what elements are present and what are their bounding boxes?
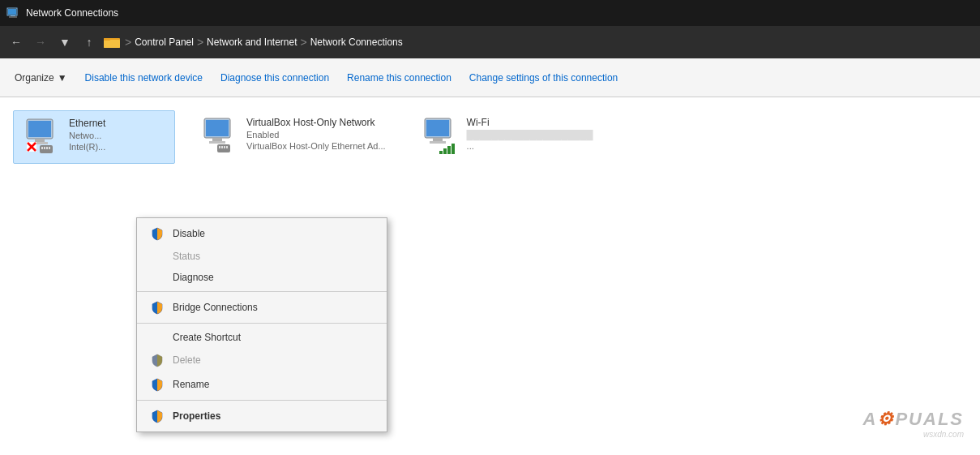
menu-item-properties[interactable]: Properties	[137, 404, 387, 428]
svg-rect-8	[28, 121, 51, 137]
breadcrumb-path: > Control Panel > Network and Internet >…	[125, 36, 403, 49]
svg-rect-29	[426, 120, 449, 136]
svg-rect-32	[439, 151, 443, 154]
virtualbox-name: VirtualBox Host-Only Network	[246, 117, 386, 128]
title-bar: Network Connections	[0, 0, 980, 26]
shield-icon-rename	[150, 377, 165, 392]
svg-rect-17	[46, 147, 48, 149]
svg-rect-5	[104, 40, 120, 48]
svg-rect-2	[11, 15, 15, 16]
wifi-detail2: ...	[467, 141, 593, 151]
context-menu: Disable Status Diagnose Bridge Connectio…	[136, 217, 387, 432]
shield-icon-bridge	[150, 300, 165, 315]
svg-rect-6	[104, 38, 110, 41]
wifi-detail1: ████████████████████	[467, 130, 593, 140]
wifi-name: Wi-Fi	[467, 117, 593, 128]
svg-rect-27	[226, 146, 228, 148]
svg-rect-20	[206, 120, 229, 136]
wifi-info: Wi-Fi ████████████████████ ...	[467, 117, 593, 151]
svg-rect-22	[209, 141, 225, 144]
svg-rect-34	[447, 146, 451, 154]
ethernet-icon	[24, 118, 62, 157]
watermark: A⚙PUALS wsxdn.com	[863, 409, 964, 439]
svg-rect-30	[433, 138, 443, 141]
virtualbox-detail1: Enabled	[246, 130, 386, 140]
menu-item-delete[interactable]: Delete	[137, 348, 387, 372]
menu-item-delete-label: Delete	[173, 354, 201, 366]
breadcrumb-control-panel[interactable]: Control Panel	[135, 36, 194, 48]
content-area: Ethernet Netwo... Intel(R)...	[0, 97, 980, 455]
menu-item-diagnose-label: Diagnose	[173, 272, 214, 283]
menu-item-disable-label: Disable	[173, 228, 205, 239]
title-bar-text: Network Connections	[26, 7, 118, 19]
wifi-icon-container	[422, 117, 460, 156]
title-bar-icon	[6, 6, 19, 19]
separator-1	[137, 291, 387, 292]
ethernet-name: Ethernet	[69, 118, 105, 129]
menu-item-shortcut-label: Create Shortcut	[173, 332, 241, 343]
rename-button[interactable]: Rename this connection	[339, 63, 460, 92]
wifi-item[interactable]: Wi-Fi ████████████████████ ...	[412, 110, 603, 164]
ethernet-info: Ethernet Netwo... Intel(R)...	[69, 118, 105, 152]
svg-rect-31	[430, 141, 446, 144]
menu-item-status[interactable]: Status	[137, 246, 387, 267]
menu-item-rename-label: Rename	[173, 379, 209, 390]
svg-rect-15	[41, 147, 43, 149]
dropdown-button[interactable]: ▼	[55, 32, 75, 52]
separator-3	[137, 400, 387, 401]
change-settings-button[interactable]: Change settings of this connection	[461, 63, 626, 92]
virtualbox-detail2: VirtualBox Host-Only Ethernet Ad...	[246, 141, 386, 151]
forward-button[interactable]: →	[31, 32, 50, 52]
virtualbox-icon	[201, 117, 240, 156]
network-items-list: Ethernet Netwo... Intel(R)...	[0, 97, 980, 177]
up-button[interactable]: ↑	[79, 32, 99, 52]
svg-rect-21	[212, 138, 222, 141]
svg-rect-16	[44, 147, 45, 149]
ethernet-detail1: Netwo...	[69, 131, 105, 140]
menu-item-rename[interactable]: Rename	[137, 372, 387, 397]
svg-rect-33	[443, 148, 447, 154]
diagnose-button[interactable]: Diagnose this connection	[212, 63, 337, 92]
virtualbox-info: VirtualBox Host-Only Network Enabled Vir…	[246, 117, 386, 151]
svg-rect-25	[221, 146, 223, 148]
menu-item-status-label: Status	[173, 251, 200, 262]
breadcrumb-network-internet[interactable]: Network and Internet	[207, 36, 297, 48]
back-button[interactable]: ←	[6, 32, 26, 52]
menu-item-diagnose[interactable]: Diagnose	[137, 267, 387, 288]
organize-button[interactable]: Organize ▼	[6, 63, 75, 92]
svg-rect-26	[224, 146, 225, 148]
svg-rect-18	[49, 147, 50, 149]
svg-rect-9	[35, 139, 45, 142]
virtualbox-item[interactable]: VirtualBox Host-Only Network Enabled Vir…	[191, 110, 396, 164]
menu-item-disable[interactable]: Disable	[137, 221, 387, 246]
shield-icon-disable	[150, 226, 165, 241]
menu-item-bridge-label: Bridge Connections	[173, 302, 258, 313]
breadcrumb-network-connections[interactable]: Network Connections	[310, 36, 403, 48]
separator-2	[137, 323, 387, 324]
svg-rect-35	[451, 144, 455, 154]
folder-icon	[104, 36, 120, 49]
ethernet-detail2: Intel(R)...	[69, 142, 105, 152]
svg-rect-3	[9, 16, 17, 18]
toolbar: Organize ▼ Disable this network device D…	[0, 58, 980, 97]
address-bar: ← → ▼ ↑ > Control Panel > Network and In…	[0, 26, 980, 58]
ethernet-item[interactable]: Ethernet Netwo... Intel(R)...	[13, 110, 175, 164]
menu-item-properties-label: Properties	[173, 410, 220, 422]
disable-button[interactable]: Disable this network device	[77, 63, 211, 92]
svg-rect-1	[8, 9, 16, 15]
svg-rect-24	[219, 146, 220, 148]
shield-icon-properties	[150, 409, 165, 423]
menu-item-shortcut[interactable]: Create Shortcut	[137, 327, 387, 348]
menu-item-bridge[interactable]: Bridge Connections	[137, 295, 387, 320]
shield-icon-delete	[150, 353, 165, 367]
